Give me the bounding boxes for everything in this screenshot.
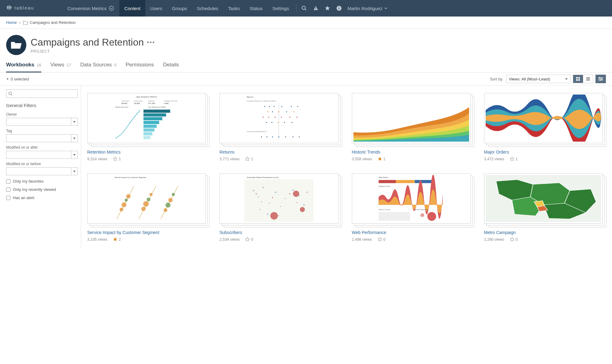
nav-settings[interactable]: Settings (267, 0, 294, 17)
nav-content[interactable]: Content (119, 0, 145, 17)
svg-text:271,320: 271,320 (148, 102, 155, 104)
filter-sidebar: General Filters Owner Tag Modified on or… (0, 86, 81, 249)
workbook-title[interactable]: Subscribers (219, 230, 341, 235)
svg-point-63 (272, 111, 273, 112)
favorite-toggle[interactable]: 0 (378, 237, 386, 242)
workbook-title[interactable]: Historic Trends (352, 149, 474, 155)
workbook-card[interactable]: Returns Annualized Returns vs. Market Co… (219, 93, 341, 161)
search-icon (8, 91, 13, 96)
filter-owner-select[interactable] (6, 118, 78, 126)
svg-point-107 (263, 187, 264, 188)
svg-point-74 (271, 122, 272, 123)
svg-point-105 (253, 190, 254, 191)
workbook-title[interactable]: Major Orders (484, 149, 606, 155)
svg-rect-129 (396, 180, 415, 183)
workbook-card[interactable]: Subscriber Market Penetration by City Su… (219, 173, 341, 242)
alerts-icon[interactable] (313, 6, 319, 11)
tab-workbooks[interactable]: Workbooks16 (6, 62, 41, 72)
favorite-toggle[interactable]: 1 (113, 157, 121, 161)
breadcrumb-home[interactable]: Home (6, 20, 17, 25)
view-grid-button[interactable] (573, 75, 583, 83)
svg-rect-17 (339, 8, 339, 10)
svg-rect-128 (379, 180, 396, 183)
nav-users[interactable]: Users (145, 0, 167, 17)
workbook-card[interactable]: App Adoption Metrics Total Users88,902 A… (87, 93, 209, 161)
favorite-toggle[interactable]: 1 (510, 157, 518, 161)
workbook-meta: 2,498 views 0 (352, 237, 474, 242)
workbook-meta: 2,534 views 0 (219, 237, 341, 242)
svg-text:Subscriber Market Penetration : Subscriber Market Penetration by City (247, 176, 279, 178)
filter-panel-button[interactable] (595, 75, 606, 83)
svg-point-126 (300, 207, 305, 212)
workbook-thumbnail: App Adoption Metrics Total Users88,902 A… (87, 93, 209, 145)
svg-point-114 (259, 209, 260, 210)
workbook-title[interactable]: Metro Campaign (484, 230, 606, 235)
filter-tag-select[interactable] (6, 134, 78, 142)
workbook-card[interactable]: Major Orders 3,472 views 1 (484, 93, 606, 161)
svg-point-96 (147, 198, 150, 201)
workbook-thumbnail (484, 93, 606, 145)
filter-modbefore-select[interactable] (6, 167, 78, 175)
filter-only-recent[interactable]: Only my recently viewed (6, 187, 78, 192)
workbook-title[interactable]: Service Impact by Customer Segment (87, 230, 209, 235)
workbook-card[interactable]: Service Impact by Customer Segment (87, 173, 209, 242)
workbook-card[interactable]: Metro Campaign 2,260 views 0 (484, 173, 606, 242)
workbook-views: 3,472 views (484, 157, 504, 161)
favorite-toggle[interactable]: 0 (245, 237, 253, 242)
workbook-title[interactable]: Returns (219, 149, 341, 155)
workbook-title[interactable]: Web Performance (352, 230, 474, 235)
svg-point-70 (281, 117, 282, 117)
nav-schedules[interactable]: Schedules (192, 0, 223, 17)
filter-has-alert[interactable]: Has an alert (6, 195, 78, 200)
favorite-toggle[interactable]: 2 (113, 237, 121, 242)
filter-modafter-select[interactable] (6, 151, 78, 159)
site-picker[interactable]: Conversion Metrics (67, 6, 114, 11)
dropdown-circle-icon (109, 6, 114, 11)
project-more-button[interactable]: ••• (147, 39, 155, 46)
svg-text:35,658: 35,658 (134, 102, 140, 104)
sort-select[interactable]: Views: All (Most–Least) (506, 75, 570, 83)
user-name: Martin Rodriguez (347, 6, 382, 11)
filter-header: General Filters (6, 103, 78, 108)
svg-point-90 (121, 202, 126, 207)
favorites-icon[interactable] (325, 6, 330, 11)
search-icon[interactable] (301, 6, 307, 11)
user-menu[interactable]: Martin Rodriguez (347, 6, 387, 11)
tab-data-sources[interactable]: Data Sources0 (80, 62, 116, 72)
svg-point-106 (258, 197, 259, 198)
nav-groups[interactable]: Groups (167, 0, 192, 17)
nav-tasks[interactable]: Tasks (223, 0, 244, 17)
folder-open-icon (10, 40, 22, 50)
svg-rect-45 (144, 110, 170, 113)
svg-text:tableau: tableau (14, 5, 34, 10)
tableau-logo[interactable]: tableau (6, 4, 52, 13)
svg-text:Average Load Time: Average Load Time (164, 100, 178, 102)
filter-only-favorites[interactable]: Only my favorites (6, 179, 78, 184)
workbook-thumbnail: Returns Annualized Returns vs. Market Co… (219, 93, 341, 145)
favorite-toggle[interactable]: 1 (378, 157, 386, 161)
tab-permissions[interactable]: Permissions (125, 62, 154, 72)
favorite-toggle[interactable]: 0 (510, 237, 518, 242)
svg-point-91 (125, 199, 128, 202)
svg-rect-25 (586, 80, 590, 80)
workbook-card[interactable]: Web Perfor... Pageview Trend Visits by C… (352, 173, 474, 242)
nav-status[interactable]: Status (245, 0, 268, 17)
filter-search-input[interactable] (6, 89, 78, 98)
svg-text:Web Perfor...: Web Perfor... (379, 176, 390, 178)
svg-point-118 (272, 197, 273, 198)
svg-point-81 (272, 136, 273, 137)
workbook-meta: 3,472 views 1 (484, 157, 606, 161)
tab-views[interactable]: Views17 (50, 62, 71, 72)
favorite-toggle[interactable]: 1 (245, 157, 253, 161)
tab-details[interactable]: Details (163, 62, 179, 72)
svg-rect-50 (144, 128, 155, 132)
selection-dropdown[interactable]: 0 selected (6, 77, 29, 81)
svg-text:Total Users: Total Users (121, 100, 129, 102)
breadcrumb-separator: › (19, 20, 21, 25)
info-icon[interactable] (336, 6, 342, 11)
view-list-button[interactable] (583, 75, 593, 83)
filter-tag-label: Tag (6, 129, 78, 133)
workbook-card[interactable]: Historic Trends 3,558 views 1 (352, 93, 474, 161)
workbook-title[interactable]: Retention Metrics (87, 149, 209, 155)
svg-point-60 (291, 106, 292, 107)
